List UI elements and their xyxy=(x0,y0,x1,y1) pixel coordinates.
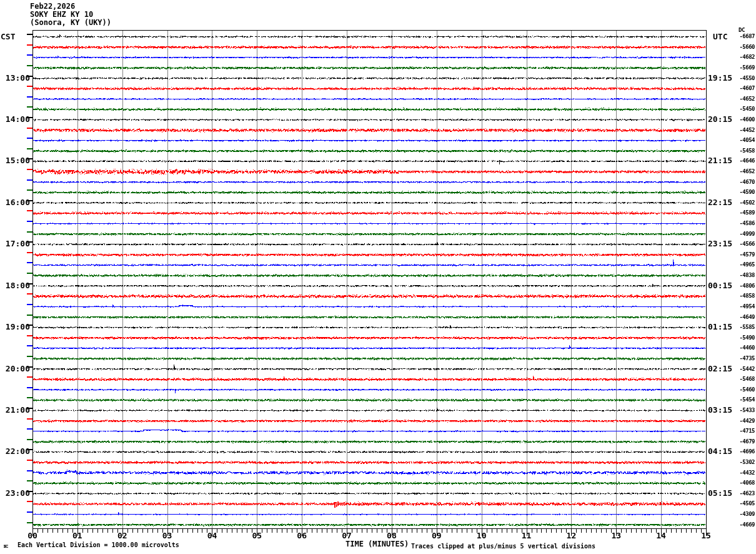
x-tick-label: 02 xyxy=(112,531,132,540)
dc-offset-value: -4649 xyxy=(730,314,755,320)
x-tick-label: 03 xyxy=(157,531,177,540)
x-axis-title: TIME (MINUTES) xyxy=(346,540,409,548)
x-tick-label: 07 xyxy=(337,531,357,540)
dc-offset-value: -4623 xyxy=(730,490,755,496)
footnote-clipping: Traces clipped at plus/minus 5 vertical … xyxy=(411,543,595,550)
right-time-label: 21:15 xyxy=(708,156,732,165)
right-time-label: 00:15 xyxy=(708,281,732,290)
dc-offset-value: -4566 xyxy=(730,241,755,247)
left-time-label: 15:00 xyxy=(0,156,30,165)
x-tick-label: 15 xyxy=(696,531,716,540)
dc-offset-value: -4607 xyxy=(730,85,755,91)
x-tick-label: 01 xyxy=(67,531,87,540)
right-time-label: 19:15 xyxy=(708,73,732,83)
dc-offset-value: -4806 xyxy=(730,283,755,289)
dc-offset-value: -5585 xyxy=(730,324,755,330)
left-time-label: 18:00 xyxy=(0,281,30,290)
dc-offset-value: -4068 xyxy=(730,480,755,486)
dc-offset-value: -4669 xyxy=(730,521,755,528)
dc-offset-value: -4715 xyxy=(730,428,755,434)
dc-offset-value: -5458 xyxy=(730,148,755,154)
dc-offset-value: -4589 xyxy=(730,209,755,216)
dc-offset-value: -5468 xyxy=(730,376,755,382)
dc-column-header: DC xyxy=(739,27,745,33)
dc-offset-value: -4682 xyxy=(730,54,755,60)
x-tick-label: 08 xyxy=(382,531,402,540)
dc-offset-value: -4965 xyxy=(730,261,755,268)
left-time-label: 21:00 xyxy=(0,405,30,415)
footnote-vertical-division: Each Vertical Division = 1000.00 microvo… xyxy=(17,541,179,548)
dc-offset-value: -4460 xyxy=(730,345,755,351)
dc-offset-value: -5660 xyxy=(730,44,755,50)
dc-offset-value: -4505 xyxy=(730,500,755,506)
x-tick-label: 10 xyxy=(472,531,492,540)
x-tick-label: 05 xyxy=(247,531,267,540)
dc-offset-value: -5490 xyxy=(730,335,755,341)
right-timezone-label: UTC xyxy=(713,32,727,41)
dc-offset-value: -4858 xyxy=(730,293,755,299)
dc-offset-value: -4696 xyxy=(730,448,755,455)
left-time-label: 19:00 xyxy=(0,322,30,331)
left-time-label: 23:00 xyxy=(0,488,30,498)
dc-offset-value: -4954 xyxy=(730,303,755,310)
dc-offset-value: -5433 xyxy=(730,407,755,413)
dc-offset-value: -4429 xyxy=(730,418,755,424)
right-time-label: 05:15 xyxy=(708,488,732,498)
dc-offset-value: -4735 xyxy=(730,355,755,361)
dc-offset-value: -6687 xyxy=(730,33,755,39)
x-tick-label: 13 xyxy=(606,531,626,540)
helicorder-screen: Feb22,2026 SOKY EHZ KY 10 (Sonora, KY (U… xyxy=(0,0,756,554)
left-time-label: 17:00 xyxy=(0,239,30,248)
dc-offset-value: -4999 xyxy=(730,231,755,237)
right-time-label: 03:15 xyxy=(708,405,732,415)
right-time-label: 20:15 xyxy=(708,114,732,124)
dc-offset-value: -4679 xyxy=(730,438,755,445)
x-tick-label: 09 xyxy=(427,531,447,540)
dc-offset-value: -4309 xyxy=(730,511,755,517)
dc-offset-value: -4652 xyxy=(730,168,755,174)
dc-offset-value: -5450 xyxy=(730,106,755,112)
dc-offset-value: -5302 xyxy=(730,459,755,465)
x-tick-label: 12 xyxy=(561,531,581,540)
x-tick-label: 04 xyxy=(202,531,222,540)
right-time-label: 23:15 xyxy=(708,239,732,248)
dc-offset-value: -4432 xyxy=(730,470,755,476)
corner-glyph: M xyxy=(4,545,9,548)
dc-offset-value: -4838 xyxy=(730,272,755,278)
dc-offset-value: -4586 xyxy=(730,220,755,226)
left-time-label: 20:00 xyxy=(0,364,30,373)
dc-offset-value: -4054 xyxy=(730,137,755,143)
header-location: (Sonora, KY (UKY)) xyxy=(30,19,111,27)
left-time-label: 22:00 xyxy=(0,446,30,456)
x-tick-label: 14 xyxy=(651,531,671,540)
right-time-label: 22:15 xyxy=(708,198,732,207)
dc-offset-value: -4550 xyxy=(730,75,755,81)
right-time-label: 02:15 xyxy=(708,364,732,373)
dc-offset-value: -5454 xyxy=(730,396,755,403)
right-time-label: 01:15 xyxy=(708,322,732,331)
right-time-label: 04:15 xyxy=(708,446,732,456)
dc-offset-value: -5669 xyxy=(730,64,755,71)
dc-offset-value: -4502 xyxy=(730,199,755,206)
seismogram-canvas xyxy=(0,0,756,554)
dc-offset-value: -4646 xyxy=(730,158,755,164)
dc-offset-value: -4452 xyxy=(730,127,755,133)
left-timezone-label: CST xyxy=(1,32,15,41)
x-tick-label: 06 xyxy=(292,531,312,540)
dc-offset-value: -4590 xyxy=(730,189,755,195)
x-tick-label: 00 xyxy=(22,531,42,540)
dc-offset-value: -4579 xyxy=(730,251,755,258)
dc-offset-value: -5442 xyxy=(730,366,755,372)
x-tick-label: 11 xyxy=(517,531,537,540)
dc-offset-value: -4670 xyxy=(730,179,755,185)
dc-offset-value: -5460 xyxy=(730,386,755,393)
left-time-label: 13:00 xyxy=(0,73,30,83)
left-time-label: 14:00 xyxy=(0,114,30,124)
left-time-label: 16:00 xyxy=(0,198,30,207)
dc-offset-value: -4652 xyxy=(730,96,755,102)
dc-offset-value: -4600 xyxy=(730,116,755,123)
